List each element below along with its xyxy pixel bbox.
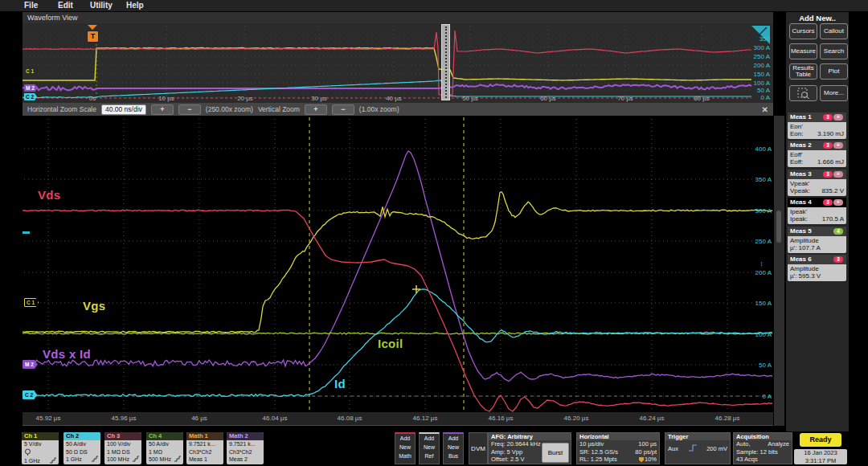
add-new-bus-button[interactable]: AddNewBus [443, 432, 464, 464]
menu-item-file[interactable]: File [24, 1, 38, 10]
hzoom-minus-button[interactable]: − [178, 104, 201, 115]
main-axis-label: 150 A [739, 300, 772, 307]
trace-label-vgs: Vgs [83, 299, 105, 313]
overview-axis-label: 0 A [738, 94, 770, 101]
acquisition-header: Acquisition [734, 433, 792, 440]
meas-badge-1[interactable]: Meas 1+3Eon'Eon:3.190 mJ [788, 112, 846, 139]
add-search-button[interactable]: Search [820, 43, 848, 59]
hzoom-plus-button[interactable]: + [151, 104, 174, 115]
badge-bandwidth: Meas 1 [186, 456, 223, 464]
horizontal-header: Horizontal [577, 433, 659, 440]
add-new-math-button[interactable]: AddNewMath [395, 432, 416, 464]
meas-body: Amplitudeµ': 107.7 A [788, 236, 846, 253]
add-more--button[interactable]: More... [820, 85, 848, 101]
badge-header: Ch 4 [146, 432, 183, 440]
close-zoom-icon[interactable]: ✕ [762, 105, 768, 114]
overview-axis-label: 200 A [738, 62, 770, 69]
overview-time-label: 70 µs [617, 95, 633, 102]
scrollbar-handle[interactable] [776, 211, 781, 243]
badge-math2[interactable]: Math 29.7521 k...Ch3*Ch2Meas 2 [227, 432, 264, 464]
main-axis-label: 50 A [739, 362, 772, 369]
zoom-window-marker[interactable] [441, 24, 450, 100]
trigger-panel[interactable]: Trigger Aux 200 mV [665, 432, 731, 464]
channel-tag-c2[interactable]: C 2 [24, 93, 37, 100]
trigger-marker-triangle [88, 25, 97, 30]
add-cursors-button[interactable]: Cursors [789, 23, 817, 39]
meas-header: Meas 1+3 [788, 112, 846, 122]
meas-header: Meas 4+3 [788, 198, 846, 207]
meas-header: Meas 2+3 [788, 141, 846, 150]
vzoom-minus-button[interactable]: − [332, 104, 354, 115]
add-measure-button[interactable]: Measure [789, 43, 817, 59]
add-new-ref-button[interactable]: AddNewRef [419, 432, 440, 464]
main-plot-svg [23, 116, 773, 412]
badge-math1[interactable]: Math 19.7521 k...Ch3*Ch2Meas 1 [186, 432, 223, 464]
meas-badge-5[interactable]: Meas 54Amplitudeµ': 107.7 A [788, 227, 846, 253]
meas-line1: Eoff' [790, 151, 844, 158]
visual-trigger-button[interactable] [789, 85, 817, 101]
acq-mode: Auto, [736, 440, 751, 448]
meas-source-pill: 4 [833, 228, 843, 235]
acquisition-panel[interactable]: Acquisition Auto,Analyze Sample: 12 bits… [733, 432, 792, 464]
plot-scrollbar[interactable] [774, 116, 784, 426]
horizontal-zoom-bar: Horizontal Zoom Scale 40.00 ns/div + − (… [23, 103, 773, 116]
channel-tag-c2[interactable]: C 2 [23, 390, 37, 399]
add-plot-button[interactable]: Plot [820, 63, 848, 80]
add-results-table-button[interactable]: Results Table [789, 63, 817, 80]
menu-item-help[interactable]: Help [126, 1, 144, 10]
afg-panel[interactable]: AFG: Arbitrary Freq: 20.9644 kHz Amp: 5 … [488, 432, 571, 464]
vzoom-plus-button[interactable]: + [305, 104, 327, 115]
main-time-label: 46.28 µs [715, 415, 740, 422]
meas-body: Vpeak'Vpeak:835.2 V [788, 179, 846, 196]
menu-item-edit[interactable]: Edit [58, 1, 73, 10]
burst-button[interactable]: Burst [542, 443, 569, 463]
badge-ch4[interactable]: Ch 450 A/div1 MΩ500 MHz [146, 432, 183, 464]
trace-label-vdsxid: Vds x Id [43, 347, 91, 361]
meas-source-pill: 3 [823, 171, 833, 178]
meas-line1: Vpeak' [790, 180, 844, 187]
meas-source-pill: + [833, 171, 843, 178]
badge-scale: 9.7521 k... [227, 440, 264, 448]
horizontal-panel[interactable]: Horizontal 10 µs/div100 µs SR: 12.5 GS/s… [576, 432, 660, 464]
probe-icon [24, 448, 31, 456]
meas-badge-6[interactable]: Meas 63Amplitudeµ': 595.3 V [788, 255, 846, 281]
trigger-marker[interactable]: T [87, 31, 99, 43]
meas-badge-4[interactable]: Meas 4+3Ipeak'Ipeak:170.5 A [788, 198, 846, 224]
overview-time-label: 10 µs [158, 95, 174, 102]
badge-bandwidth: 1 GHz [63, 456, 100, 464]
meas-line2: Vpeak:835.2 V [790, 187, 844, 194]
add-callout-button[interactable]: Callout [820, 23, 848, 39]
oscilloscope-screen: Waveform View Horizontal Zoom Scale 40.0… [0, 0, 868, 466]
channel-tag-m2[interactable]: M 2 [23, 360, 38, 369]
badge-bandwidth: 100 MHz [104, 456, 141, 464]
zoom-scale-input[interactable]: 40.00 ns/div [101, 104, 146, 115]
dvm-button[interactable]: DVM [469, 432, 488, 464]
menu-item-utility[interactable]: Utility [90, 1, 113, 10]
meas-source-pill: 3 [833, 256, 843, 263]
meas-badge-2[interactable]: Meas 2+3Eoff'Eoff:1.666 mJ [788, 141, 846, 167]
channel-tag-m2[interactable]: M 2 [24, 84, 38, 92]
meas-name: Vpeak: [790, 187, 810, 194]
bandwidth-icon [91, 456, 99, 464]
main-time-label: 46.20 µs [564, 415, 589, 422]
channel-tag-c1[interactable]: C 1 [24, 67, 37, 75]
overview-time-label: 40 µs [386, 95, 402, 102]
badge-ch3[interactable]: Ch 3100 V/div1 MΩ DS100 MHz [104, 432, 141, 464]
trace-overview-ch1 [23, 48, 751, 81]
badge-scale: 100 V/div [104, 440, 141, 448]
badge-ch2[interactable]: Ch 250 A/div50 Ω DS1 GHz [63, 432, 100, 464]
main-axis-label: 250 A [739, 238, 772, 245]
channel-tag-c1[interactable]: C 1 [24, 298, 39, 307]
meas-badge-3[interactable]: Meas 3+3Vpeak'Vpeak:835.2 V [788, 170, 846, 196]
main-axis-label: 300 A [739, 207, 772, 215]
meas-value: 170.5 A [822, 215, 844, 223]
afg-header: AFG: Arbitrary [489, 433, 571, 440]
date-text: 16 Jan 2023 [794, 449, 847, 457]
trace-label-id: Id [334, 377, 346, 390]
trigger-header: Trigger [665, 433, 730, 440]
badge-header: Math 2 [227, 432, 264, 440]
badge-ch1[interactable]: Ch 15 V/div1 GHz [22, 432, 59, 464]
add-new-header: Add New.. [786, 14, 849, 22]
badge-bandwidth: 1 GHz [22, 457, 59, 464]
main-time-label: 46.12 µs [413, 415, 438, 422]
